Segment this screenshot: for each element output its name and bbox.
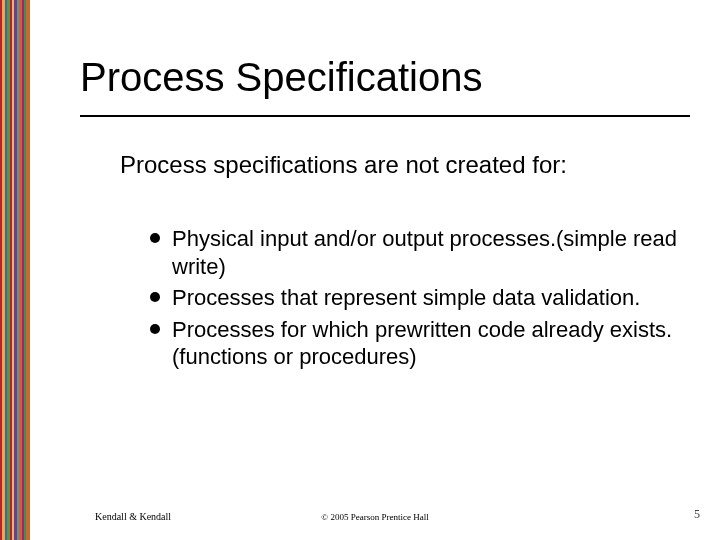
list-item: Processes that represent simple data val… [150,284,680,312]
slide-title: Process Specifications [80,55,482,100]
slide-body: Process Specifications Process specifica… [30,0,720,540]
footer-copyright: © 2005 Pearson Prentice Hall [30,512,720,522]
title-underline [80,115,690,117]
intro-text: Process specifications are not created f… [120,150,680,180]
list-item: Processes for which prewritten code alre… [150,316,680,371]
slide-number: 5 [694,507,700,522]
decorative-sidebar-stripe [0,0,30,540]
list-item: Physical input and/or output processes.(… [150,225,680,280]
bullet-list: Physical input and/or output processes.(… [150,225,680,375]
